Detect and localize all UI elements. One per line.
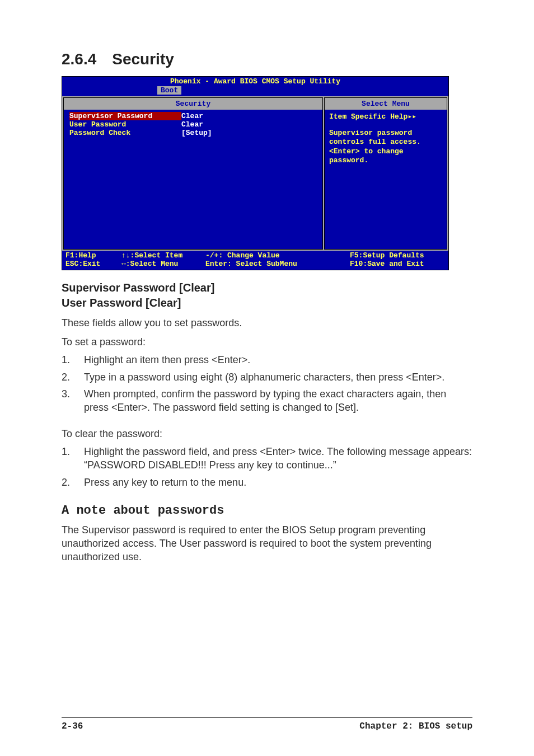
page-footer: 2-36 Chapter 2: BIOS setup [62, 717, 472, 731]
list-item: 2.Type in a password using eight (8) alp… [62, 370, 472, 384]
bios-row-user-password[interactable]: User Password Clear [69, 120, 317, 129]
list-item: 1.Highlight an item then press <Enter>. [62, 353, 472, 367]
heading-line: Supervisor Password [Clear] [62, 281, 214, 294]
heading-line: User Password [Clear] [62, 297, 181, 309]
footer-key: F1:Help [65, 251, 96, 260]
bios-left-pane: Security Supervisor Password Clear User … [63, 97, 323, 250]
bios-row-supervisor-password[interactable]: Supervisor Password Clear [69, 112, 317, 120]
bios-row-value: Clear [181, 120, 203, 129]
step-text: Highlight an item then press <Enter>. [84, 353, 472, 367]
section-number: 2.6.4 [62, 50, 96, 68]
paragraph: To clear the password: [62, 427, 472, 440]
page-number: 2-36 [62, 721, 83, 731]
bios-active-tab: Boot [157, 86, 181, 95]
bios-right-pane: Select Menu Item Specific Help▸▸ Supervi… [324, 97, 447, 250]
footer-key: ↔:Select Menu [121, 260, 178, 268]
bios-row-label: Password Check [69, 129, 181, 137]
bios-footer: F1:HelpESC:Exit ↑↓:Select Item↔:Select M… [62, 251, 448, 270]
step-text: When prompted, confirm the password by t… [84, 387, 472, 415]
step-text: Highlight the password field, and press … [84, 445, 472, 472]
step-text: Press any key to return to the menu. [84, 476, 472, 489]
footer-key: ESC:Exit [65, 260, 100, 268]
bios-help-title: Item Specific Help▸▸ [329, 112, 442, 121]
bios-screenshot: Phoenix - Award BIOS CMOS Setup Utility … [62, 76, 449, 270]
footer-key: F5:Setup Defaults [350, 251, 424, 260]
bios-row-value: Clear [181, 112, 203, 120]
bios-right-header: Select Menu [325, 98, 447, 110]
set-password-steps: 1.Highlight an item then press <Enter>. … [62, 353, 472, 414]
section-title: Security [112, 50, 174, 68]
step-text: Type in a password using eight (8) alpha… [84, 370, 472, 384]
bios-left-header: Security [64, 98, 322, 110]
clear-password-steps: 1.Highlight the password field, and pres… [62, 445, 472, 489]
note-body: The Supervisor password is required to e… [62, 523, 472, 564]
footer-key: F10:Save and Exit [350, 260, 424, 268]
footer-key: Enter: Select SubMenu [205, 260, 297, 268]
bios-tab-row: Boot [62, 86, 448, 96]
bios-row-label: User Password [69, 120, 181, 129]
paragraph: These fields allow you to set passwords. [62, 316, 472, 330]
list-item: 3.When prompted, confirm the password by… [62, 387, 472, 415]
bios-row-label: Supervisor Password [69, 112, 181, 120]
bios-title: Phoenix - Award BIOS CMOS Setup Utility [62, 77, 448, 86]
bios-row-password-check[interactable]: Password Check [Setup] [69, 129, 317, 137]
subsection-heading: Supervisor Password [Clear] User Passwor… [62, 280, 472, 311]
section-heading: 2.6.4Security [62, 50, 472, 68]
footer-key: ↑↓:Select Item [121, 251, 182, 260]
list-item: 2.Press any key to return to the menu. [62, 476, 472, 489]
list-item: 1.Highlight the password field, and pres… [62, 445, 472, 472]
note-heading: A note about passwords [62, 504, 472, 518]
bios-row-value: [Setup] [181, 129, 212, 137]
paragraph: To set a password: [62, 335, 472, 349]
footer-key: -/+: Change Value [205, 251, 280, 260]
bios-help-body: Supervisor password controls full access… [329, 129, 442, 165]
chapter-label: Chapter 2: BIOS setup [359, 721, 472, 731]
